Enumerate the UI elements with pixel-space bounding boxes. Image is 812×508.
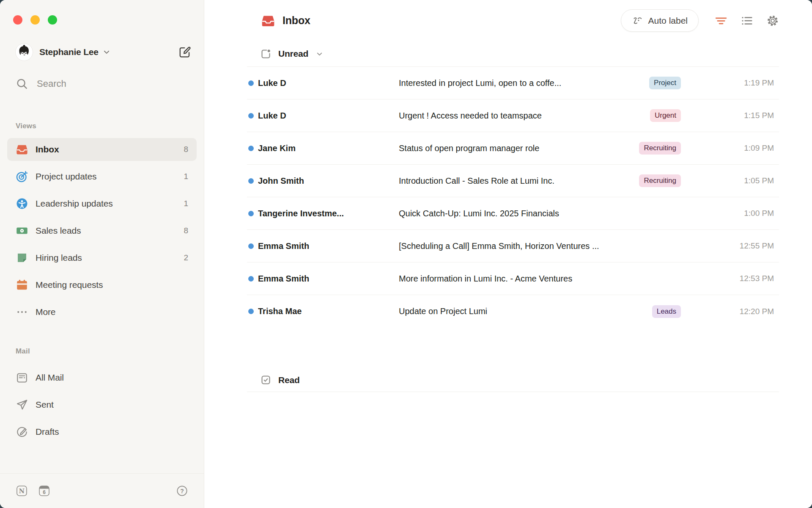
sidebar-item-label: More <box>36 307 55 317</box>
sidebar-item-inbox[interactable]: Inbox 8 <box>7 138 197 161</box>
search-placeholder: Search <box>37 78 66 89</box>
email-subject: Update on Project Lumi <box>399 306 652 316</box>
email-subject: Status of open program manager role <box>399 144 639 153</box>
email-row[interactable]: Tangerine Investme... Quick Catch-Up: Lu… <box>247 197 779 230</box>
send-icon <box>16 398 28 411</box>
unread-icon <box>260 48 272 60</box>
page-title: Inbox <box>283 14 310 27</box>
email-time: 1:05 PM <box>719 176 774 185</box>
filter-icon[interactable] <box>715 14 727 27</box>
calendar-icon <box>16 279 28 291</box>
header-actions: Auto label <box>621 9 779 32</box>
compose-button[interactable] <box>178 46 191 58</box>
ellipsis-icon <box>16 306 28 318</box>
sidebar-item-meeting-requests[interactable]: Meeting requests <box>7 273 197 296</box>
sidebar-item-count: 1 <box>184 199 188 208</box>
unread-label: Unread <box>278 49 308 59</box>
email-row[interactable]: Emma Smith More information in Lumi Inc.… <box>247 262 779 295</box>
sidebar-item-count: 8 <box>184 145 188 154</box>
mail-section-label: Mail <box>16 347 204 356</box>
email-subject: Quick Catch-Up: Lumi Inc. 2025 Financial… <box>399 209 681 218</box>
email-tag: Recruiting <box>639 142 681 155</box>
sidebar-item-label: Inbox <box>36 144 59 155</box>
notion-logo-icon[interactable]: N <box>16 485 27 497</box>
window-close-button[interactable] <box>13 15 22 25</box>
sidebar-item-sent[interactable]: Sent <box>7 393 197 416</box>
email-time: 12:53 PM <box>719 274 774 283</box>
read-checkbox-icon <box>260 374 272 386</box>
help-icon[interactable]: ? <box>176 485 188 497</box>
sidebar-item-label: Sales leads <box>36 226 81 236</box>
email-row[interactable]: Trisha Mae Update on Project Lumi Leads … <box>247 295 779 328</box>
sidebar-item-count: 1 <box>184 172 188 181</box>
unread-section-header[interactable]: Unread <box>247 41 779 67</box>
mail-nav: All Mail Sent Drafts <box>7 366 197 443</box>
email-time: 1:00 PM <box>719 209 774 218</box>
email-subject: Introduction Call - Sales Role at Lumi I… <box>399 176 639 186</box>
cash-icon <box>16 224 28 237</box>
target-icon <box>16 170 28 183</box>
window-minimize-button[interactable] <box>30 15 40 25</box>
email-subject: [Scheduling a Call] Emma Smith, Horizon … <box>399 241 681 251</box>
sidebar-item-project-updates[interactable]: Project updates 1 <box>7 165 197 188</box>
unread-dot-icon <box>248 309 254 314</box>
email-time: 1:19 PM <box>719 78 774 88</box>
search-input[interactable]: Search <box>16 75 204 92</box>
unread-dot-icon <box>248 80 254 86</box>
email-subject: More information in Lumi Inc. - Acme Ven… <box>399 274 681 284</box>
auto-label-button[interactable]: Auto label <box>621 9 699 32</box>
email-tag: Leads <box>652 305 681 318</box>
auto-label-label: Auto label <box>648 16 688 26</box>
email-row[interactable]: Luke D Interested in project Lumi, open … <box>247 67 779 99</box>
note-icon <box>16 251 28 264</box>
svg-text:?: ? <box>180 488 184 494</box>
sidebar-item-label: Hiring leads <box>36 253 82 263</box>
calendar-app-icon[interactable]: 6 <box>38 485 50 497</box>
account-switcher[interactable]: Stephanie Lee <box>15 43 191 61</box>
main-header: Inbox Auto label <box>247 0 779 41</box>
sidebar-item-sales-leads[interactable]: Sales leads 8 <box>7 219 197 242</box>
chevron-down-icon <box>103 48 110 56</box>
unread-dot-icon <box>248 211 254 216</box>
sidebar-footer: N 6 ? <box>0 473 204 508</box>
email-time: 1:09 PM <box>719 144 774 153</box>
sidebar-item-all-mail[interactable]: All Mail <box>7 366 197 389</box>
read-section-header[interactable]: Read <box>247 368 779 392</box>
email-sender: Trisha Mae <box>258 306 399 316</box>
unread-dot-icon <box>248 113 254 119</box>
email-tag: Recruiting <box>639 174 681 187</box>
unread-dot-icon <box>248 276 254 282</box>
email-row[interactable]: John Smith Introduction Call - Sales Rol… <box>247 165 779 197</box>
list-view-icon[interactable] <box>741 14 753 27</box>
email-sender: Emma Smith <box>258 274 399 284</box>
sidebar-item-leadership-updates[interactable]: Leadership updates 1 <box>7 192 197 215</box>
window-zoom-button[interactable] <box>48 15 57 25</box>
svg-text:N: N <box>19 487 25 494</box>
email-sender: Tangerine Investme... <box>258 209 399 218</box>
email-tag: Project <box>649 77 681 89</box>
window-controls <box>0 0 204 25</box>
sidebar-item-label: Sent <box>36 400 54 410</box>
gear-icon[interactable] <box>766 14 779 27</box>
sidebar-item-drafts[interactable]: Drafts <box>7 420 197 443</box>
user-name: Stephanie Lee <box>39 47 99 57</box>
unread-dot-icon <box>248 146 254 151</box>
email-sender: John Smith <box>258 176 399 186</box>
page-title-group: Inbox <box>261 14 310 28</box>
email-time: 12:20 PM <box>719 307 774 316</box>
sidebar-item-more[interactable]: More <box>7 301 197 323</box>
mailbox-icon <box>16 371 28 384</box>
email-row[interactable]: Jane Kim Status of open program manager … <box>247 132 779 165</box>
email-sender: Luke D <box>258 111 399 121</box>
email-row[interactable]: Emma Smith [Scheduling a Call] Emma Smit… <box>247 230 779 262</box>
email-time: 1:15 PM <box>719 111 774 120</box>
sidebar-item-hiring-leads[interactable]: Hiring leads 2 <box>7 246 197 269</box>
email-subject: Urgent ! Access needed to teamspace <box>399 111 650 121</box>
email-list: Luke D Interested in project Lumi, open … <box>247 67 779 328</box>
views-nav: Inbox 8 Project updates 1 <box>7 138 197 323</box>
auto-label-icon <box>632 15 643 26</box>
main-panel: Inbox Auto label <box>204 0 812 508</box>
email-subject: Interested in project Lumi, open to a co… <box>399 78 649 88</box>
email-row[interactable]: Luke D Urgent ! Access needed to teamspa… <box>247 99 779 132</box>
search-icon <box>16 77 28 90</box>
